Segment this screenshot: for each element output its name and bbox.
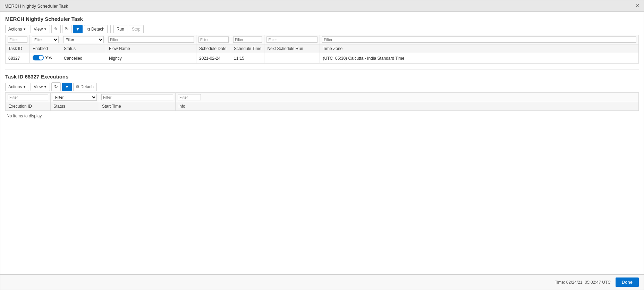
filter-status: Filter (61, 35, 106, 44)
top-table: Filter Filter (5, 35, 639, 64)
header-schedule-time: Schedule Time (231, 44, 264, 53)
header-info: Info (176, 102, 203, 111)
cell-flow-name: Nightly (106, 53, 196, 64)
toolbar-separator (110, 25, 111, 33)
header-execution-id: Execution ID (6, 102, 51, 111)
table-row: 68327 Yes Cancelled Nightly 2021-02-24 1… (6, 53, 639, 64)
filter-exec-id-input[interactable] (8, 94, 48, 100)
filter-flow-input[interactable] (108, 36, 194, 43)
top-section-title: MERCH Nightly Scheduler Task (5, 16, 639, 22)
bottom-filter-row: Filter (6, 93, 639, 102)
filter-empty (203, 93, 639, 102)
time-value: 02/24/21, 05:02:47 UTC (566, 280, 611, 285)
actions-chevron-icon: ▼ (23, 27, 26, 31)
top-section: MERCH Nightly Scheduler Task Actions ▼ V… (5, 16, 639, 64)
filter-task-id-input[interactable] (8, 36, 27, 43)
filter-sched-date-input[interactable] (198, 36, 229, 43)
filter-exec-id (6, 93, 51, 102)
cell-status: Cancelled (61, 53, 106, 64)
bottom-filter-button[interactable]: ▼ (62, 83, 72, 91)
filter-next-run (264, 35, 320, 44)
bottom-actions-button[interactable]: Actions ▼ (5, 83, 29, 91)
bottom-detach-button[interactable]: ⧉ Detach (73, 83, 97, 91)
filter-status-select[interactable]: Filter (63, 36, 104, 43)
no-items-message: No items to display. (5, 111, 639, 121)
filter-sched-time (231, 35, 264, 44)
filter-start-time (99, 93, 176, 102)
filter-next-run-input[interactable] (266, 36, 317, 43)
filter-sched-date (196, 35, 231, 44)
header-next-schedule-run: Next Schedule Run (264, 44, 320, 53)
cell-enabled: Yes (30, 53, 61, 64)
bottom-view-button[interactable]: View ▼ (31, 83, 50, 91)
view-chevron-icon: ▼ (44, 27, 47, 31)
title-bar: MERCH Nightly Scheduler Task ✕ (0, 0, 644, 12)
bottom-refresh-button[interactable]: ↻ (51, 82, 61, 91)
header-enabled: Enabled (30, 44, 61, 53)
filter-exec-status-select[interactable]: Filter (53, 94, 97, 101)
header-flow-name: Flow Name (106, 44, 196, 53)
header-time-zone: Time Zone (320, 44, 639, 53)
filter-task-id (6, 35, 30, 44)
done-button[interactable]: Done (616, 277, 639, 287)
footer-time: Time: 02/24/21, 05:02:47 UTC (555, 280, 611, 285)
header-task-id: Task ID (6, 44, 30, 53)
header-start-time: Start Time (99, 102, 176, 111)
filter-info (176, 93, 203, 102)
filter-exec-status: Filter (51, 93, 99, 102)
header-exec-status: Status (51, 102, 99, 111)
bottom-detach-icon: ⧉ (76, 84, 79, 89)
filter-start-time-input[interactable] (101, 94, 173, 100)
filter-sched-time-input[interactable] (233, 36, 262, 43)
bottom-section: Task ID 68327 Executions Actions ▼ View … (5, 74, 639, 121)
cell-task-id: 68327 (6, 53, 30, 64)
filter-enabled-select[interactable]: Filter (32, 36, 59, 43)
content-area: MERCH Nightly Scheduler Task Actions ▼ V… (0, 12, 644, 274)
time-label: Time: (555, 280, 565, 285)
header-schedule-date: Schedule Date (196, 44, 231, 53)
bottom-view-chevron-icon: ▼ (44, 85, 47, 89)
top-actions-button[interactable]: Actions ▼ (5, 25, 29, 33)
cell-schedule-time: 11:15 (231, 53, 264, 64)
cell-next-run (264, 53, 320, 64)
top-filter-button[interactable]: ▼ (73, 25, 83, 33)
bottom-header-row: Execution ID Status Start Time Info (6, 102, 639, 111)
filter-info-input[interactable] (178, 94, 201, 100)
enabled-label: Yes (45, 55, 52, 60)
top-stop-button[interactable]: Stop (129, 25, 144, 33)
filter-tz (320, 35, 639, 44)
filter-flow (106, 35, 196, 44)
main-window: MERCH Nightly Scheduler Task ✕ MERCH Nig… (0, 0, 644, 290)
cell-schedule-date: 2021-02-24 (196, 53, 231, 64)
bottom-toolbar: Actions ▼ View ▼ ↻ ▼ ⧉ Detach (5, 82, 639, 91)
top-toolbar: Actions ▼ View ▼ ✎ ↻ ▼ ⧉ Detach Run (5, 25, 639, 33)
filter-enabled: Filter (30, 35, 61, 44)
detach-icon: ⧉ (87, 27, 90, 32)
window-title: MERCH Nightly Scheduler Task (5, 3, 68, 9)
cell-time-zone: (UTC+05:30) Calcutta - India Standard Ti… (320, 53, 639, 64)
top-detach-button[interactable]: ⧉ Detach (84, 25, 108, 33)
enabled-toggle: Yes (33, 55, 52, 60)
toggle-switch[interactable] (33, 55, 44, 60)
section-divider (5, 69, 639, 69)
close-button[interactable]: ✕ (635, 3, 639, 9)
bottom-table: Filter Execution ID Status (5, 92, 639, 111)
footer: Time: 02/24/21, 05:02:47 UTC Done (0, 274, 644, 290)
header-status: Status (61, 44, 106, 53)
top-header-row: Task ID Enabled Status Flow Name Schedul… (6, 44, 639, 53)
bottom-section-title: Task ID 68327 Executions (5, 74, 639, 80)
top-view-button[interactable]: View ▼ (31, 25, 50, 33)
top-edit-button[interactable]: ✎ (51, 25, 61, 33)
top-refresh-button[interactable]: ↻ (62, 25, 71, 33)
top-filter-row: Filter Filter (6, 35, 639, 44)
bottom-actions-chevron-icon: ▼ (23, 85, 26, 89)
header-extra (203, 102, 639, 111)
top-run-button[interactable]: Run (113, 25, 127, 33)
filter-tz-input[interactable] (322, 36, 636, 43)
